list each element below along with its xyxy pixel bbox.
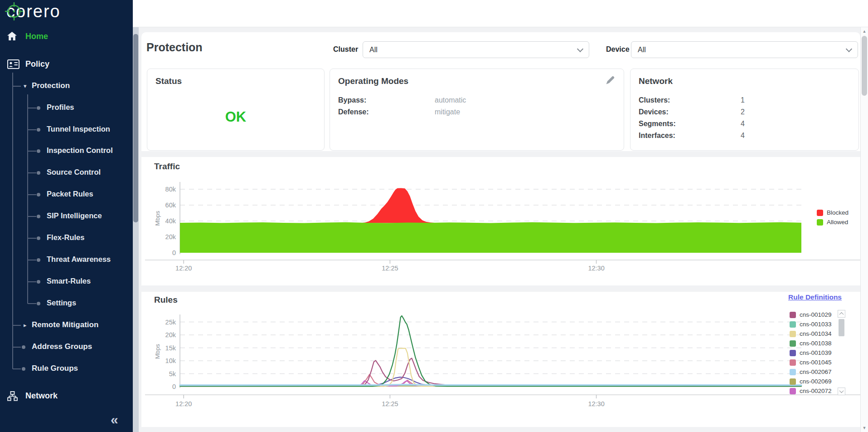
- sidebar-scrollbar[interactable]: [133, 27, 139, 432]
- svg-text:0: 0: [172, 249, 176, 256]
- devices-value: 2: [741, 108, 745, 116]
- sidebar-item-label: SIP Intelligence: [47, 211, 102, 220]
- tree-connector: [28, 172, 36, 173]
- legend-swatch: [790, 321, 796, 328]
- expand-triangle-icon[interactable]: ▸: [24, 322, 27, 329]
- sidebar-item-label: Source Control: [47, 168, 101, 177]
- sidebar-item-label: Rule Groups: [32, 364, 78, 373]
- status-card-title: Status: [155, 76, 182, 86]
- legend-label: cns-001029: [800, 311, 832, 318]
- sidebar-item-policy[interactable]: Policy: [0, 59, 122, 70]
- sidebar-item-threat-awareness[interactable]: Threat Awareness: [0, 254, 122, 266]
- legend-label: Allowed: [827, 219, 848, 226]
- sidebar-item-label: Home: [25, 32, 48, 41]
- legend-label: cns-001034: [800, 330, 832, 337]
- traffic-chart: 020k40k60k80kMbps12:2012:2512:30: [145, 178, 860, 280]
- cluster-select[interactable]: All: [363, 41, 589, 58]
- device-select[interactable]: All: [631, 41, 858, 58]
- sidebar-item-label: Packet Rules: [47, 190, 93, 198]
- tree-bullet: [37, 236, 40, 240]
- legend-scroll-down-button[interactable]: [838, 388, 845, 395]
- bypass-label: Bypass:: [338, 96, 366, 104]
- sidebar-item-flex-rules[interactable]: Flex-Rules: [0, 232, 122, 244]
- home-icon: [7, 32, 17, 42]
- legend-item-allowed[interactable]: Allowed: [817, 217, 849, 227]
- svg-text:Mbps: Mbps: [154, 344, 161, 359]
- scroll-up-arrow[interactable]: ▲: [861, 27, 868, 35]
- legend-item-blocked[interactable]: Blocked: [817, 208, 849, 217]
- main-scrollbar[interactable]: ▲ ▼: [860, 27, 868, 432]
- sidebar-item-inspection-control[interactable]: Inspection Control: [0, 145, 122, 157]
- cluster-value: All: [369, 46, 378, 54]
- svg-text:60k: 60k: [165, 201, 176, 209]
- device-label: Device: [606, 45, 630, 54]
- collapse-triangle-icon[interactable]: ▾: [24, 83, 27, 89]
- chevron-up-icon: [839, 312, 844, 317]
- vcms-dashboard: vCMS Units: Mbps 2/2: [0, 0, 868, 432]
- sidebar-item-label: Threat Awareness: [47, 255, 111, 264]
- legend-swatch: [790, 312, 796, 318]
- legend-item-cns-002072[interactable]: cns-002072: [790, 386, 837, 395]
- sidebar-scrollbar-thumb[interactable]: [133, 34, 138, 222]
- legend-item-cns-002067[interactable]: cns-002067: [790, 367, 837, 377]
- svg-text:20k: 20k: [165, 331, 176, 339]
- tree-bullet: [37, 106, 40, 110]
- tree-bullet: [37, 128, 40, 132]
- sidebar-item-settings[interactable]: Settings: [0, 298, 122, 309]
- tree-connector: [13, 368, 21, 369]
- legend-item-cns-001038[interactable]: cns-001038: [790, 339, 837, 348]
- tree-connector: [13, 325, 21, 326]
- legend-item-cns-001039[interactable]: cns-001039: [790, 348, 837, 358]
- rules-chart: 05k10k15k20k25kMbps12:2012:2512:30: [145, 311, 860, 415]
- legend-swatch: [817, 219, 823, 226]
- tree-bullet: [37, 215, 40, 218]
- sidebar-item-smart-rules[interactable]: Smart-Rules: [0, 276, 122, 288]
- rule-definitions-link[interactable]: Rule Definitions: [769, 293, 842, 301]
- legend-scroll-thumb[interactable]: [839, 319, 844, 336]
- legend-label: Blocked: [827, 209, 849, 216]
- cluster-label: Cluster: [333, 45, 358, 54]
- scroll-down-arrow[interactable]: ▼: [861, 424, 868, 432]
- status-value: OK: [147, 109, 324, 125]
- svg-text:12:30: 12:30: [588, 400, 604, 407]
- tree-bullet: [37, 149, 40, 153]
- sidebar-collapse-button[interactable]: «: [111, 412, 118, 427]
- segments-label: Segments:: [639, 120, 676, 128]
- svg-text:10k: 10k: [165, 357, 176, 364]
- svg-text:15k: 15k: [165, 344, 176, 352]
- sidebar-item-profiles[interactable]: Profiles: [0, 102, 122, 114]
- legend-item-cns-001033[interactable]: cns-001033: [790, 319, 837, 329]
- legend-swatch: [790, 378, 796, 385]
- network-card: Network Clusters: 1 Devices: 2 Segments:…: [630, 69, 859, 151]
- svg-text:12:20: 12:20: [175, 400, 192, 407]
- legend-item-cns-001034[interactable]: cns-001034: [790, 329, 837, 339]
- chevron-down-icon: [839, 388, 844, 393]
- main-scrollbar-thumb[interactable]: [862, 36, 867, 96]
- sidebar-item-tunnel-inspection[interactable]: Tunnel Inspection: [0, 124, 122, 136]
- svg-text:20k: 20k: [165, 233, 176, 241]
- clusters-label: Clusters:: [639, 96, 670, 104]
- traffic-legend: BlockedAllowed: [817, 208, 849, 227]
- legend-label: cns-002069: [800, 378, 832, 385]
- sidebar-item-label: Network: [25, 391, 58, 401]
- rules-legend: cns-001029cns-001033cns-001034cns-001038…: [790, 310, 837, 395]
- tree-connector: [28, 303, 36, 304]
- tree-bullet: [37, 280, 40, 284]
- sidebar-item-sip-intelligence[interactable]: SIP Intelligence: [0, 211, 122, 222]
- sidebar: corero HomePolicy▾ProtectionProfilesTunn…: [0, 0, 133, 432]
- sidebar-item-network[interactable]: Network: [0, 390, 122, 402]
- sidebar-item-source-control[interactable]: Source Control: [0, 167, 122, 179]
- legend-item-cns-001045[interactable]: cns-001045: [790, 358, 837, 367]
- svg-text:25k: 25k: [165, 319, 176, 326]
- sidebar-item-home[interactable]: Home: [0, 31, 122, 43]
- sidebar-item-label: Settings: [47, 299, 76, 307]
- edit-pencil-icon[interactable]: [606, 75, 615, 87]
- chevron-down-icon: [846, 45, 852, 52]
- tree-connector: [28, 151, 36, 152]
- legend-item-cns-002069[interactable]: cns-002069: [790, 377, 837, 386]
- sidebar-item-packet-rules[interactable]: Packet Rules: [0, 189, 122, 201]
- legend-scroll-up-button[interactable]: [838, 310, 845, 318]
- clusters-value: 1: [741, 96, 745, 104]
- legend-item-cns-001029[interactable]: cns-001029: [790, 310, 837, 319]
- svg-text:12:30: 12:30: [588, 265, 604, 272]
